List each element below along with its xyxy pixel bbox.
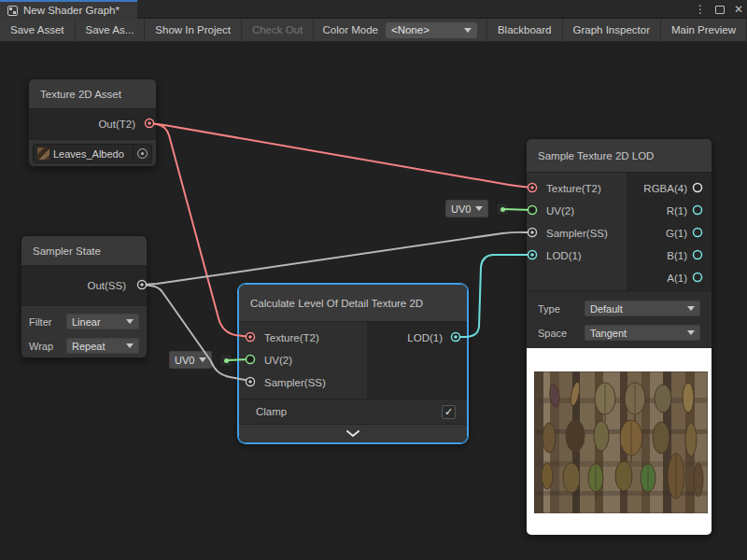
port-area: Texture(T2) UV(2) Sampler(SS) LOD(1) RGB… bbox=[527, 173, 712, 290]
input-row-sampler: Sampler(SS) bbox=[527, 222, 627, 245]
input-row-uv: UV(2) bbox=[527, 200, 627, 222]
wire-texture-to-calculate[interactable] bbox=[149, 123, 250, 337]
node-title: Texture 2D Asset bbox=[29, 79, 156, 109]
collapse-button[interactable] bbox=[239, 424, 467, 442]
input-row-texture: Texture(T2) bbox=[527, 177, 627, 200]
space-dropdown[interactable]: Tangent bbox=[585, 325, 700, 341]
wire-texture-to-sample[interactable] bbox=[149, 123, 532, 188]
chevron-down-icon bbox=[475, 206, 483, 211]
node-controls: Filter Linear Wrap Repeat bbox=[21, 305, 147, 357]
shader-graph-window: New Shader Graph* ⋮ ✕ Save Asset Save As… bbox=[0, 0, 747, 560]
texture-thumbnail-icon bbox=[37, 147, 49, 160]
clamp-checkbox[interactable]: ✓ bbox=[442, 405, 456, 419]
node-calculate-lod-texture-2d[interactable]: Calculate Level Of Detail Texture 2D Tex… bbox=[238, 284, 468, 443]
node-controls: Type Default Space Tangent bbox=[527, 290, 712, 348]
port-label: UV(2) bbox=[546, 205, 574, 217]
port-label: LOD(1) bbox=[546, 250, 582, 261]
output-row-r: R(1) bbox=[627, 200, 712, 222]
main-preview-button[interactable]: Main Preview bbox=[661, 19, 747, 41]
window-menu-icon[interactable]: ⋮ bbox=[695, 4, 706, 15]
port-label: UV(2) bbox=[264, 355, 292, 366]
wrap-label: Wrap bbox=[29, 341, 59, 352]
texture-asset-name: Leaves_Albedo bbox=[53, 148, 133, 160]
filter-dropdown[interactable]: Linear bbox=[66, 314, 139, 329]
node-title: Sample Texture 2D LOD bbox=[527, 139, 712, 173]
blackboard-button[interactable]: Blackboard bbox=[486, 19, 563, 41]
port-label: Texture(T2) bbox=[546, 183, 601, 194]
check-out-button: Check Out bbox=[242, 19, 314, 41]
uv-channel-widget-calculate: UV0 bbox=[169, 351, 233, 369]
port-label: Sampler(SS) bbox=[264, 377, 326, 388]
port-label: B(1) bbox=[667, 250, 687, 261]
port-label: Texture(T2) bbox=[264, 332, 319, 343]
object-picker-icon bbox=[137, 148, 148, 159]
output-row-lod: LOD(1) bbox=[367, 327, 467, 349]
input-row-sampler: Sampler(SS) bbox=[239, 371, 367, 394]
uv-channel-dropdown[interactable]: UV0 bbox=[169, 351, 212, 369]
input-row-texture: Texture(T2) bbox=[239, 327, 367, 349]
wire-sampler-to-sample[interactable] bbox=[142, 232, 532, 285]
tab-title: New Shader Graph* bbox=[23, 5, 120, 16]
output-row-b: B(1) bbox=[627, 245, 712, 267]
node-sample-texture-2d-lod[interactable]: Sample Texture 2D LOD Texture(T2) UV(2) … bbox=[526, 138, 712, 536]
port-row-out-t2: Out(T2) bbox=[29, 109, 156, 139]
wrap-value: Repeat bbox=[72, 341, 105, 352]
uv-channel-value: UV0 bbox=[451, 203, 471, 215]
port-label: RGBA(4) bbox=[643, 183, 687, 194]
graph-toolbar: Save Asset Save As... Show In Project Ch… bbox=[0, 19, 747, 42]
chevron-down-icon bbox=[126, 343, 134, 348]
window-close-icon[interactable]: ✕ bbox=[734, 4, 743, 15]
tab-bar: New Shader Graph* ⋮ ✕ bbox=[0, 0, 747, 19]
show-in-project-button[interactable]: Show In Project bbox=[145, 19, 242, 41]
port-label: Sampler(SS) bbox=[546, 228, 608, 239]
space-label: Space bbox=[538, 328, 577, 339]
tab-new-shader-graph[interactable]: New Shader Graph* bbox=[0, 0, 137, 19]
type-value: Default bbox=[590, 303, 623, 315]
wrap-dropdown[interactable]: Repeat bbox=[66, 338, 139, 354]
chevron-down-icon bbox=[126, 319, 134, 324]
object-picker-button[interactable] bbox=[133, 145, 151, 162]
input-row-lod: LOD(1) bbox=[527, 245, 627, 267]
port-label: LOD(1) bbox=[407, 332, 443, 343]
node-sampler-state[interactable]: Sampler State Out(SS) Filter Linear Wrap… bbox=[21, 235, 148, 358]
space-value: Tangent bbox=[590, 328, 627, 339]
filter-value: Linear bbox=[72, 316, 101, 328]
node-title: Sampler State bbox=[21, 236, 147, 266]
port-row-out-ss: Out(SS) bbox=[21, 266, 147, 305]
output-row-rgba: RGBA(4) bbox=[627, 177, 712, 200]
port-label: Out(SS) bbox=[87, 280, 126, 291]
uv-channel-value: UV0 bbox=[175, 355, 194, 366]
uv-channel-dropdown[interactable]: UV0 bbox=[445, 200, 488, 217]
node-preview-image bbox=[527, 348, 712, 535]
graph-canvas[interactable]: Texture 2D Asset Out(T2) Leaves_Albedo S… bbox=[0, 42, 747, 559]
color-mode-label: Color Mode bbox=[317, 19, 386, 41]
uv-channel-widget-sample: UV0 bbox=[445, 200, 509, 217]
check-icon: ✓ bbox=[444, 406, 453, 418]
port-area: Texture(T2) UV(2) Sampler(SS) LOD(1) bbox=[239, 322, 467, 399]
output-row-g: G(1) bbox=[627, 222, 712, 245]
node-title: Calculate Level Of Detail Texture 2D bbox=[239, 285, 467, 322]
uv-port-stub bbox=[219, 354, 233, 367]
input-row-uv: UV(2) bbox=[239, 349, 367, 371]
window-controls: ⋮ ✕ bbox=[695, 0, 743, 19]
chevron-down-icon bbox=[687, 306, 695, 311]
uv-dot-icon bbox=[500, 207, 505, 212]
filter-label: Filter bbox=[29, 316, 59, 328]
chevron-down-icon bbox=[346, 430, 359, 437]
window-maximize-icon[interactable] bbox=[715, 6, 725, 14]
output-row-a: A(1) bbox=[627, 267, 712, 289]
clamp-row: Clamp ✓ bbox=[239, 399, 467, 424]
texture-object-field[interactable]: Leaves_Albedo bbox=[33, 144, 152, 163]
type-dropdown[interactable]: Default bbox=[585, 301, 700, 316]
save-asset-button[interactable]: Save Asset bbox=[0, 19, 76, 41]
color-mode-dropdown[interactable]: <None> bbox=[386, 22, 477, 38]
clamp-label: Clamp bbox=[256, 406, 287, 417]
color-mode-value: <None> bbox=[391, 24, 430, 35]
graph-inspector-button[interactable]: Graph Inspector bbox=[563, 19, 661, 41]
chevron-down-icon bbox=[464, 28, 472, 33]
port-label: Out(T2) bbox=[98, 119, 135, 130]
shader-graph-asset-icon bbox=[7, 6, 18, 16]
node-controls: Leaves_Albedo bbox=[29, 139, 156, 166]
save-as-button[interactable]: Save As... bbox=[76, 19, 146, 41]
node-texture-2d-asset[interactable]: Texture 2D Asset Out(T2) Leaves_Albedo bbox=[28, 78, 157, 167]
